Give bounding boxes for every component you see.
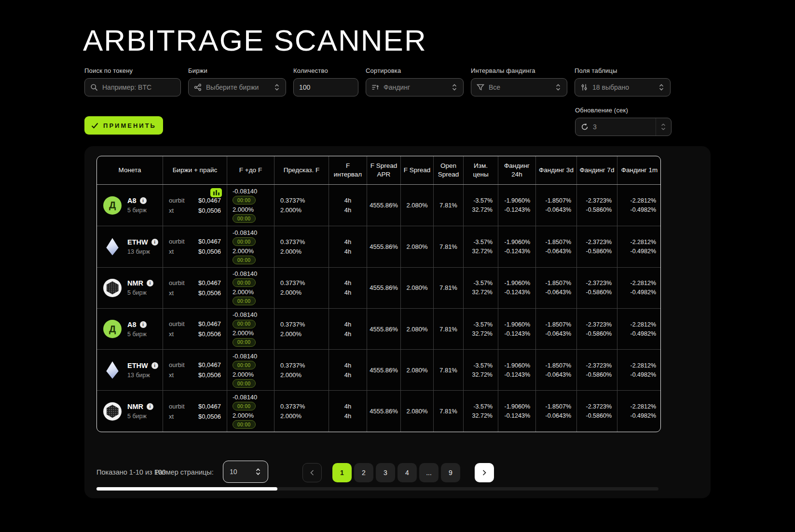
open-spread-value: 7.81% <box>439 243 457 250</box>
open-spread-value: 7.81% <box>439 284 457 291</box>
column-header[interactable]: Фандинг 7d <box>577 156 617 184</box>
predicted-f-cell: 0.3737% 2.000% <box>274 350 329 390</box>
f-to-f-cell: -0.08140 00:00 2.000% 00:00 <box>227 226 274 267</box>
f-interval-value: 4h <box>344 321 351 328</box>
token-search-field[interactable] <box>84 78 181 96</box>
funding-intervals-select[interactable]: Все <box>471 78 567 96</box>
funding-7d-cell: -2.3723% -0.5860% <box>577 226 617 267</box>
table-row[interactable]: ETHW 13 бирж ourbit $0,0467 xt $0,0506 <box>97 226 660 267</box>
exchange-price: $0,0506 <box>198 289 221 297</box>
funding-24h-cell: -1.9060% -0.1243% <box>498 268 536 308</box>
table-fields-select[interactable]: 18 выбрано <box>575 78 671 96</box>
chart-badge-icon[interactable] <box>210 188 222 197</box>
coin-cell: NMR 5 бирж <box>97 268 163 308</box>
chevron-updown-icon <box>555 83 562 91</box>
funding-7d-value: -2.3723% <box>586 239 612 246</box>
chevron-updown-icon <box>451 83 458 91</box>
table-row[interactable]: NMR 5 бирж ourbit $0,0467 xt $0,0506 <box>97 390 660 431</box>
open-spread-value: 7.81% <box>439 367 457 374</box>
f-to-f-value: 2.000% <box>233 206 254 213</box>
page-size-select[interactable]: 10 <box>223 461 268 483</box>
f-interval-cell: 4h 4h <box>329 350 367 390</box>
funding-intervals-label: Интервалы фандинга <box>471 67 567 74</box>
f-to-f-cell: -0.08140 00:00 2.000% 00:00 <box>227 350 274 390</box>
scrollbar-thumb[interactable] <box>96 487 277 491</box>
info-icon[interactable] <box>147 403 153 410</box>
page-button[interactable]: 1 <box>332 463 352 482</box>
quantity-label: Количество <box>293 67 358 74</box>
funding-7d-value: -0.5860% <box>586 248 612 255</box>
refresh-stepper[interactable] <box>656 118 666 136</box>
info-icon[interactable] <box>151 362 158 369</box>
column-header[interactable]: Open Spread <box>434 156 464 184</box>
exchanges-select[interactable]: Выберите биржи <box>188 78 286 96</box>
quantity-input[interactable] <box>299 83 353 91</box>
column-header[interactable]: F интервал <box>329 156 367 184</box>
funding-3d-value: -0.0643% <box>545 371 571 378</box>
info-icon[interactable] <box>147 280 153 286</box>
page-button[interactable]: 9 <box>441 463 460 482</box>
column-header[interactable]: Изм. цены <box>464 156 498 184</box>
quantity-field[interactable] <box>293 78 358 96</box>
countdown-badge: 00:00 <box>233 278 256 287</box>
info-icon[interactable] <box>151 239 158 246</box>
column-header[interactable]: Фандинг 24h <box>498 156 536 184</box>
column-header[interactable]: Предсказ. F <box>274 156 329 184</box>
prev-page-button[interactable] <box>302 463 322 482</box>
f-to-f-value: 2.000% <box>233 412 254 419</box>
exchange-price: $0,0506 <box>198 330 221 338</box>
f-interval-value: 4h <box>344 330 351 338</box>
filter-exchanges: Биржи Выберите биржи <box>188 67 286 96</box>
funding-3d-value: -1.8507% <box>545 280 571 286</box>
column-header[interactable]: Биржи + прайс <box>163 156 227 184</box>
column-header[interactable]: F +до F <box>227 156 274 184</box>
funding-1m-cell: -2.2812% -0.4982% <box>617 226 661 267</box>
funding-3d-value: -1.8507% <box>545 362 571 369</box>
page-button[interactable]: 3 <box>376 463 395 482</box>
page-button[interactable]: 4 <box>398 463 417 482</box>
page-button[interactable]: 2 <box>354 463 373 482</box>
exchanges-price-cell: ourbit $0,0467 xt $0,0506 <box>163 185 227 226</box>
filter-funding-intervals: Интервалы фандинга Все <box>471 67 567 96</box>
chevron-up-icon[interactable] <box>661 123 666 126</box>
predicted-f-value: 0.3737% <box>280 279 305 286</box>
coin-exchange-count: 5 бирж <box>127 207 147 214</box>
table-row[interactable]: NMR 5 бирж ourbit $0,0467 xt $0,0506 <box>97 267 660 308</box>
table-row[interactable]: ETHW 13 бирж ourbit $0,0467 xt $0,0506 <box>97 349 660 390</box>
token-search-input[interactable] <box>102 83 175 91</box>
info-icon[interactable] <box>140 321 147 328</box>
price-change-cell: -3.57% 32.72% <box>464 350 498 390</box>
column-header[interactable]: Фандинг 1m <box>617 156 661 184</box>
table-row[interactable]: A8 5 бирж ourbit $0,0467 xt $0,0506 <box>97 185 660 226</box>
table-fields-label: Поля таблицы <box>575 67 671 74</box>
page-button[interactable]: ... <box>419 463 439 482</box>
next-page-button[interactable] <box>475 463 494 482</box>
column-header[interactable]: F Spread <box>401 156 434 184</box>
column-header[interactable]: F Spread APR <box>367 156 401 184</box>
f-interval-cell: 4h 4h <box>329 268 367 308</box>
funding-1m-value: -2.2812% <box>630 321 656 328</box>
funding-24h-value: -1.9060% <box>504 321 530 328</box>
funding-1m-value: -2.2812% <box>630 280 656 286</box>
coin-cell: A8 5 бирж <box>97 309 163 349</box>
table-row[interactable]: A8 5 бирж ourbit $0,0467 xt $0,0506 <box>97 308 660 349</box>
column-header[interactable]: Монета <box>97 156 163 184</box>
funding-24h-value: -1.9060% <box>504 362 530 369</box>
funding-7d-cell: -2.3723% -0.5860% <box>577 185 617 226</box>
exchange-name: ourbit <box>169 361 185 368</box>
horizontal-scrollbar[interactable] <box>96 487 658 491</box>
column-header[interactable]: Фандинг 3d <box>536 156 577 184</box>
sorting-select[interactable]: Фандинг <box>366 78 464 96</box>
coin-icon <box>103 402 122 421</box>
coin-icon <box>103 361 122 379</box>
countdown-badge: 00:00 <box>233 256 256 264</box>
f-interval-value: 4h <box>344 248 351 255</box>
coin-icon <box>103 237 122 256</box>
refresh-field[interactable]: 3 <box>575 118 672 136</box>
info-icon[interactable] <box>140 197 147 204</box>
coin-name: ETHW <box>127 238 148 246</box>
chevron-down-icon[interactable] <box>661 127 666 130</box>
apply-button[interactable]: ПРИМЕНИТЬ <box>84 116 163 135</box>
funding-3d-cell: -1.8507% -0.0643% <box>536 391 577 431</box>
page-title: ARBITRAGE SCANNER <box>83 23 427 57</box>
